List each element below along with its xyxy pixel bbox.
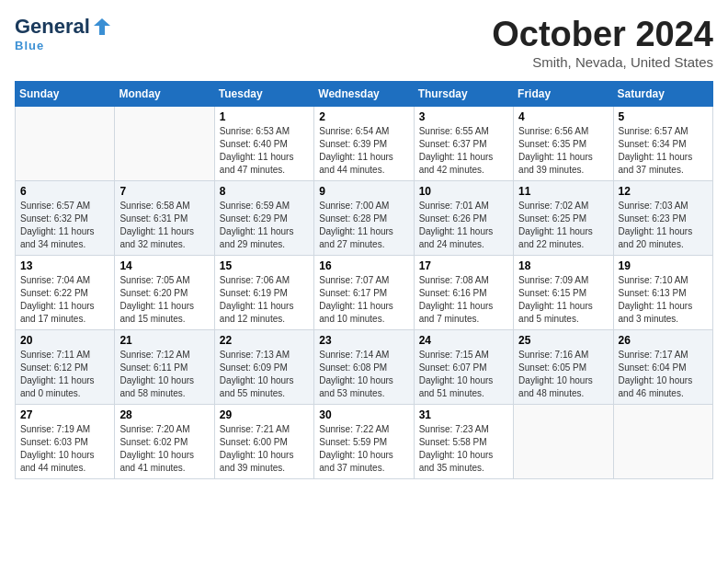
calendar-day-cell: 7Sunrise: 6:58 AMSunset: 6:31 PMDaylight… (115, 181, 214, 256)
day-number: 9 (319, 185, 408, 198)
day-info: Sunrise: 7:14 AMSunset: 6:08 PMDaylight:… (319, 349, 408, 400)
day-number: 17 (419, 259, 508, 272)
weekday-header: Thursday (414, 82, 513, 107)
day-number: 4 (518, 110, 608, 123)
day-info: Sunrise: 7:01 AMSunset: 6:26 PMDaylight:… (419, 200, 508, 251)
weekday-header: Sunday (16, 82, 115, 107)
day-number: 5 (619, 110, 708, 123)
day-number: 24 (419, 334, 508, 347)
day-info: Sunrise: 7:21 AMSunset: 6:00 PMDaylight:… (220, 423, 309, 475)
calendar-day-cell: 20Sunrise: 7:11 AMSunset: 6:12 PMDayligh… (16, 330, 115, 405)
day-info: Sunrise: 6:57 AMSunset: 6:34 PMDaylight:… (619, 125, 708, 177)
calendar-day-cell: 24Sunrise: 7:15 AMSunset: 6:07 PMDayligh… (414, 330, 513, 405)
calendar-day-cell: 4Sunrise: 6:56 AMSunset: 6:35 PMDaylight… (514, 107, 613, 181)
logo: General Blue (15, 15, 112, 52)
day-info: Sunrise: 7:15 AMSunset: 6:07 PMDaylight:… (419, 349, 508, 400)
day-info: Sunrise: 7:23 AMSunset: 5:58 PMDaylight:… (419, 423, 508, 475)
day-number: 13 (20, 259, 109, 272)
calendar-week-row: 20Sunrise: 7:11 AMSunset: 6:12 PMDayligh… (16, 330, 713, 405)
calendar-day-cell: 8Sunrise: 6:59 AMSunset: 6:29 PMDaylight… (214, 181, 313, 256)
calendar-day-cell: 11Sunrise: 7:02 AMSunset: 6:25 PMDayligh… (514, 181, 613, 256)
day-info: Sunrise: 7:06 AMSunset: 6:19 PMDaylight:… (220, 274, 309, 326)
day-info: Sunrise: 7:13 AMSunset: 6:09 PMDaylight:… (220, 349, 309, 400)
calendar-day-cell (613, 405, 712, 479)
day-number: 1 (220, 110, 309, 123)
calendar-week-row: 13Sunrise: 7:04 AMSunset: 6:22 PMDayligh… (16, 256, 713, 330)
calendar-day-cell: 9Sunrise: 7:00 AMSunset: 6:28 PMDaylight… (314, 181, 414, 256)
day-number: 18 (518, 259, 608, 272)
calendar-day-cell (514, 405, 613, 479)
page-header: General Blue October 2024 Smith, Nevada,… (15, 15, 713, 70)
calendar-day-cell: 23Sunrise: 7:14 AMSunset: 6:08 PMDayligh… (314, 330, 414, 405)
logo-bird-icon (92, 17, 112, 37)
weekday-header-row: SundayMondayTuesdayWednesdayThursdayFrid… (16, 82, 713, 107)
day-number: 27 (20, 408, 109, 421)
day-number: 30 (319, 408, 408, 421)
day-number: 7 (119, 185, 209, 198)
day-number: 2 (319, 110, 408, 123)
day-info: Sunrise: 7:22 AMSunset: 5:59 PMDaylight:… (319, 423, 408, 475)
day-number: 25 (518, 334, 608, 347)
day-number: 28 (119, 408, 209, 421)
day-info: Sunrise: 7:02 AMSunset: 6:25 PMDaylight:… (518, 200, 608, 251)
calendar-day-cell (115, 107, 214, 181)
weekday-header: Friday (514, 82, 613, 107)
calendar-day-cell: 1Sunrise: 6:53 AMSunset: 6:40 PMDaylight… (214, 107, 313, 181)
weekday-header: Monday (115, 82, 214, 107)
calendar-week-row: 6Sunrise: 6:57 AMSunset: 6:32 PMDaylight… (16, 181, 713, 256)
day-number: 29 (220, 408, 309, 421)
calendar-day-cell: 14Sunrise: 7:05 AMSunset: 6:20 PMDayligh… (115, 256, 214, 330)
day-info: Sunrise: 7:16 AMSunset: 6:05 PMDaylight:… (518, 349, 608, 400)
day-info: Sunrise: 7:17 AMSunset: 6:04 PMDaylight:… (619, 349, 708, 400)
day-number: 23 (319, 334, 408, 347)
day-number: 15 (220, 259, 309, 272)
day-info: Sunrise: 7:00 AMSunset: 6:28 PMDaylight:… (319, 200, 408, 251)
day-info: Sunrise: 6:59 AMSunset: 6:29 PMDaylight:… (220, 200, 309, 251)
day-number: 14 (119, 259, 209, 272)
calendar-day-cell: 18Sunrise: 7:09 AMSunset: 6:15 PMDayligh… (514, 256, 613, 330)
calendar-day-cell: 6Sunrise: 6:57 AMSunset: 6:32 PMDaylight… (16, 181, 115, 256)
day-info: Sunrise: 6:54 AMSunset: 6:39 PMDaylight:… (319, 125, 408, 177)
day-number: 21 (119, 334, 209, 347)
calendar-day-cell: 30Sunrise: 7:22 AMSunset: 5:59 PMDayligh… (314, 405, 414, 479)
calendar-day-cell: 15Sunrise: 7:06 AMSunset: 6:19 PMDayligh… (214, 256, 313, 330)
day-info: Sunrise: 6:53 AMSunset: 6:40 PMDaylight:… (220, 125, 309, 177)
calendar-day-cell (16, 107, 115, 181)
calendar-day-cell: 25Sunrise: 7:16 AMSunset: 6:05 PMDayligh… (514, 330, 613, 405)
calendar-day-cell: 12Sunrise: 7:03 AMSunset: 6:23 PMDayligh… (613, 181, 712, 256)
calendar-day-cell: 27Sunrise: 7:19 AMSunset: 6:03 PMDayligh… (16, 405, 115, 479)
day-number: 16 (319, 259, 408, 272)
day-info: Sunrise: 7:08 AMSunset: 6:16 PMDaylight:… (419, 274, 508, 326)
day-number: 19 (619, 259, 708, 272)
calendar-day-cell: 17Sunrise: 7:08 AMSunset: 6:16 PMDayligh… (414, 256, 513, 330)
calendar-day-cell: 21Sunrise: 7:12 AMSunset: 6:11 PMDayligh… (115, 330, 214, 405)
day-info: Sunrise: 7:03 AMSunset: 6:23 PMDaylight:… (619, 200, 708, 251)
day-info: Sunrise: 7:10 AMSunset: 6:13 PMDaylight:… (619, 274, 708, 326)
day-number: 22 (220, 334, 309, 347)
day-info: Sunrise: 6:57 AMSunset: 6:32 PMDaylight:… (20, 200, 109, 251)
location: Smith, Nevada, United States (492, 54, 713, 70)
calendar-table: SundayMondayTuesdayWednesdayThursdayFrid… (15, 81, 713, 479)
day-info: Sunrise: 7:20 AMSunset: 6:02 PMDaylight:… (119, 423, 209, 475)
day-number: 12 (619, 185, 708, 198)
title-area: October 2024 Smith, Nevada, United State… (492, 15, 713, 70)
calendar-day-cell: 5Sunrise: 6:57 AMSunset: 6:34 PMDaylight… (613, 107, 712, 181)
calendar-day-cell: 31Sunrise: 7:23 AMSunset: 5:58 PMDayligh… (414, 405, 513, 479)
calendar-week-row: 1Sunrise: 6:53 AMSunset: 6:40 PMDaylight… (16, 107, 713, 181)
svg-marker-0 (94, 18, 110, 35)
logo-text: General (15, 15, 90, 39)
day-info: Sunrise: 7:05 AMSunset: 6:20 PMDaylight:… (119, 274, 209, 326)
calendar-day-cell: 3Sunrise: 6:55 AMSunset: 6:37 PMDaylight… (414, 107, 513, 181)
calendar-day-cell: 28Sunrise: 7:20 AMSunset: 6:02 PMDayligh… (115, 405, 214, 479)
calendar-day-cell: 10Sunrise: 7:01 AMSunset: 6:26 PMDayligh… (414, 181, 513, 256)
calendar-week-row: 27Sunrise: 7:19 AMSunset: 6:03 PMDayligh… (16, 405, 713, 479)
month-title: October 2024 (492, 15, 713, 54)
day-info: Sunrise: 7:04 AMSunset: 6:22 PMDaylight:… (20, 274, 109, 326)
logo-blue-text: Blue (15, 39, 44, 52)
calendar-day-cell: 29Sunrise: 7:21 AMSunset: 6:00 PMDayligh… (214, 405, 313, 479)
calendar-day-cell: 2Sunrise: 6:54 AMSunset: 6:39 PMDaylight… (314, 107, 414, 181)
calendar-day-cell: 13Sunrise: 7:04 AMSunset: 6:22 PMDayligh… (16, 256, 115, 330)
calendar-day-cell: 19Sunrise: 7:10 AMSunset: 6:13 PMDayligh… (613, 256, 712, 330)
weekday-header: Tuesday (214, 82, 313, 107)
day-info: Sunrise: 7:09 AMSunset: 6:15 PMDaylight:… (518, 274, 608, 326)
